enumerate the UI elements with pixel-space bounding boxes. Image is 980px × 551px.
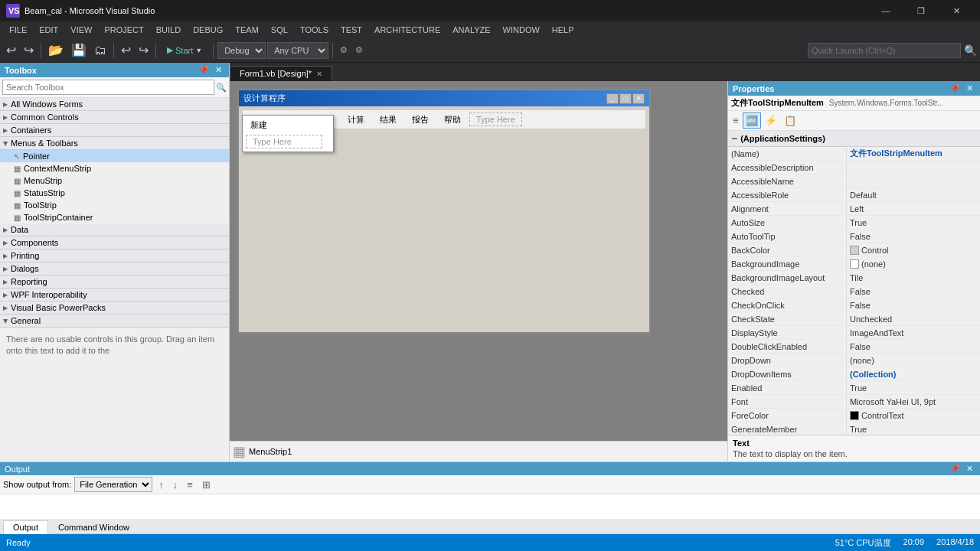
props-propspage-btn[interactable]: 📋 bbox=[781, 112, 799, 129]
submenu-item-new[interactable]: 新建 bbox=[244, 117, 332, 133]
props-alpha-btn[interactable]: 🔤 bbox=[743, 112, 761, 129]
output-btn-d[interactable]: ⊞ bbox=[199, 478, 214, 492]
prop-name-value[interactable]: 文件ToolStripMenuItem bbox=[847, 147, 980, 160]
output-tab-output[interactable]: Output bbox=[3, 520, 48, 534]
toolbox-group-containers[interactable]: ▶ Containers bbox=[0, 124, 229, 137]
menu-file[interactable]: FILE bbox=[3, 21, 33, 38]
collapse-icon[interactable]: − bbox=[731, 132, 737, 145]
toolbox-group-general[interactable]: ▶ General bbox=[0, 315, 229, 328]
form-menu-report[interactable]: 报告 bbox=[405, 112, 436, 128]
menu-test[interactable]: TEST bbox=[335, 21, 368, 38]
menu-window[interactable]: WINDOW bbox=[497, 21, 546, 38]
quick-launch-input[interactable] bbox=[808, 43, 961, 58]
toolbox-search-input[interactable] bbox=[2, 80, 214, 95]
output-tab-command[interactable]: Command Window bbox=[48, 520, 139, 533]
toolbar-btn-a[interactable]: ⚙ bbox=[337, 41, 351, 60]
quick-launch-area: 🔍 bbox=[808, 43, 977, 58]
form-menu-calc[interactable]: 计算 bbox=[341, 112, 371, 128]
toolbox-title: Toolbox bbox=[5, 66, 37, 75]
menu-edit[interactable]: EDIT bbox=[33, 21, 64, 38]
props-pin-btn[interactable]: 📌 bbox=[947, 83, 962, 93]
output-btn-c[interactable]: ≡ bbox=[184, 478, 196, 492]
toolbox-item-toolstrip[interactable]: ▦ ToolStrip bbox=[0, 199, 229, 211]
output-close-btn[interactable]: ✕ bbox=[964, 464, 975, 474]
toolbox-item-statusstrip[interactable]: ▦ StatusStrip bbox=[0, 187, 229, 199]
menu-debug[interactable]: DEBUG bbox=[187, 21, 229, 38]
toolbox-pin-btn[interactable]: 📌 bbox=[196, 65, 211, 75]
toolbar-forward-btn[interactable]: ↪ bbox=[21, 41, 37, 60]
toolbox-group-menus[interactable]: ▶ Menus & Toolbars bbox=[0, 137, 229, 150]
form-close-btn[interactable]: ✕ bbox=[632, 93, 645, 104]
cpu-mode-select[interactable]: Any CPU bbox=[267, 42, 328, 59]
output-btn-a[interactable]: ↑ bbox=[155, 478, 167, 492]
component-tray: ▦ MenuStrip1 bbox=[230, 441, 727, 461]
properties-title: Properties bbox=[733, 84, 774, 93]
props-categories-btn[interactable]: ≡ bbox=[730, 112, 742, 129]
close-button[interactable]: ✕ bbox=[939, 0, 974, 21]
group-label: Containers bbox=[11, 126, 51, 135]
group-label: Components bbox=[11, 238, 58, 247]
toolbar-save-btn[interactable]: 💾 bbox=[68, 41, 90, 60]
form-minimize-btn[interactable]: _ bbox=[606, 93, 619, 104]
menu-tools[interactable]: TOOLS bbox=[294, 21, 335, 38]
toolbox-group-all-windows[interactable]: ▶ All Windows Forms bbox=[0, 98, 229, 111]
status-right: 51°C CPU温度 20:09 2018/4/18 bbox=[835, 537, 974, 549]
designer-tab-close[interactable]: ✕ bbox=[316, 70, 322, 78]
props-row-dropdownitems: DropDownItems (Collection) bbox=[728, 367, 980, 381]
start-button[interactable]: ▶ Start ▼ bbox=[160, 43, 209, 57]
output-source-select[interactable]: File Generation bbox=[74, 477, 152, 492]
submenu-type-here[interactable]: Type Here bbox=[246, 135, 322, 148]
group-label: WPF Interoperability bbox=[11, 290, 87, 299]
status-time: 20:09 bbox=[903, 537, 925, 549]
toolbox-search-icon: 🔍 bbox=[216, 83, 227, 93]
menu-build[interactable]: BUILD bbox=[150, 21, 187, 38]
menu-sql[interactable]: SQL bbox=[265, 21, 294, 38]
toolbar-sep-3 bbox=[155, 43, 156, 58]
form-menu-result[interactable]: 结果 bbox=[373, 112, 403, 128]
toolbox-close-btn[interactable]: ✕ bbox=[213, 65, 224, 75]
toolbar-undo-btn[interactable]: ↩ bbox=[118, 41, 134, 60]
menu-architecture[interactable]: ARCHITECTURE bbox=[368, 21, 446, 38]
props-events-btn[interactable]: ⚡ bbox=[762, 112, 780, 129]
toolbar-btn-b[interactable]: ⚙ bbox=[352, 41, 366, 60]
menustrip-icon: ▦ bbox=[14, 177, 21, 185]
toolbox-group-dialogs[interactable]: ▶ Dialogs bbox=[0, 262, 229, 276]
maximize-button[interactable]: ❐ bbox=[903, 0, 939, 21]
menu-team[interactable]: TEAM bbox=[229, 21, 265, 38]
toolbox-group-data[interactable]: ▶ Data bbox=[0, 223, 229, 236]
toolbox-item-menustrip[interactable]: ▦ MenuStrip bbox=[0, 174, 229, 187]
toolbar-open-btn[interactable]: 📂 bbox=[45, 41, 67, 60]
menu-help[interactable]: HELP bbox=[546, 21, 580, 38]
designer-tab[interactable]: Form1.vb [Design]* ✕ bbox=[230, 66, 332, 81]
expand-icon: ▶ bbox=[3, 305, 8, 311]
status-bar: Ready 51°C CPU温度 20:09 2018/4/18 bbox=[0, 534, 980, 551]
menu-project[interactable]: PROJECT bbox=[98, 21, 149, 38]
toolbox-item-contextmenu[interactable]: ▦ ContextMenuStrip bbox=[0, 162, 229, 174]
toolbox-group-reporting[interactable]: ▶ Reporting bbox=[0, 276, 229, 289]
toolbox-group-vb-powerpacks[interactable]: ▶ Visual Basic PowerPacks bbox=[0, 302, 229, 315]
form-menu-help[interactable]: 帮助 bbox=[437, 112, 468, 128]
debug-mode-select[interactable]: Debug bbox=[217, 42, 266, 59]
menu-analyze[interactable]: ANALYZE bbox=[446, 21, 496, 38]
toolbox-group-common[interactable]: ▶ Common Controls bbox=[0, 111, 229, 124]
props-component-type: System.Windows.Forms.ToolStr... bbox=[829, 99, 943, 107]
toolbox-item-pointer[interactable]: ↖ Pointer bbox=[0, 150, 229, 162]
menu-view[interactable]: VIEW bbox=[64, 21, 98, 38]
no-controls-message: There are no usable controls in this gro… bbox=[0, 328, 229, 364]
toolbox-item-toolstripcontainer[interactable]: ▦ ToolStripContainer bbox=[0, 211, 229, 223]
toolbox-group-printing[interactable]: ▶ Printing bbox=[0, 249, 229, 262]
output-btn-b[interactable]: ↓ bbox=[170, 478, 181, 492]
props-component-name: 文件ToolStripMenuItem bbox=[731, 98, 824, 107]
output-pin-btn[interactable]: 📌 bbox=[947, 464, 962, 474]
form-window[interactable]: 设计算程序 _ □ ✕ 文件 设置 数据 bbox=[237, 89, 651, 334]
toolbox-group-wpf[interactable]: ▶ WPF Interoperability bbox=[0, 289, 229, 302]
toolbar-save-all-btn[interactable]: 🗂 bbox=[91, 41, 109, 60]
form-type-here[interactable]: Type Here bbox=[469, 112, 522, 126]
form-maximize-btn[interactable]: □ bbox=[619, 93, 632, 104]
toolbox-group-components[interactable]: ▶ Components bbox=[0, 236, 229, 249]
properties-toolbar: ≡ 🔤 ⚡ 📋 bbox=[728, 111, 980, 131]
toolbar-back-btn[interactable]: ↩ bbox=[3, 41, 19, 60]
props-close-btn[interactable]: ✕ bbox=[964, 83, 975, 93]
toolbar-redo-btn[interactable]: ↪ bbox=[136, 41, 152, 60]
minimize-button[interactable]: — bbox=[868, 0, 903, 21]
